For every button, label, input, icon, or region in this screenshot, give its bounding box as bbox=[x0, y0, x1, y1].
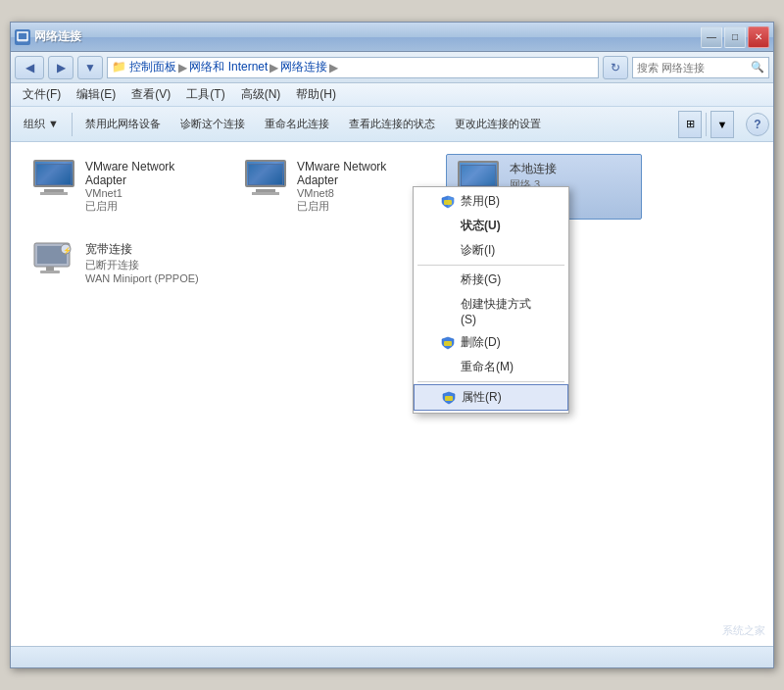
svg-rect-4 bbox=[46, 267, 54, 271]
svg-rect-9 bbox=[444, 341, 452, 346]
spacer-icon bbox=[441, 361, 455, 374]
back-button[interactable]: ◀ bbox=[15, 56, 44, 79]
context-menu-item-delete[interactable]: 删除(D) bbox=[414, 330, 568, 355]
context-menu-item-properties[interactable]: 属性(R) bbox=[414, 384, 568, 411]
toolbar-separator-2 bbox=[706, 113, 707, 136]
context-menu-item-diagnose[interactable]: 诊断(I) bbox=[414, 238, 568, 263]
spacer-icon bbox=[441, 273, 455, 287]
window-icon bbox=[15, 29, 30, 45]
list-item[interactable]: VMware Network Adapter VMnet8 已启用 bbox=[234, 154, 430, 220]
view-status-button[interactable]: 查看此连接的状态 bbox=[340, 111, 444, 138]
context-menu-status-label: 状态(U) bbox=[461, 218, 501, 234]
shield-icon bbox=[441, 336, 455, 350]
vmnet1-name: VMware Network Adapter bbox=[85, 160, 211, 187]
vmnet8-info: VMware Network Adapter VMnet8 已启用 bbox=[297, 160, 422, 214]
help-button[interactable]: ? bbox=[746, 113, 769, 136]
address-path: 📁 控制面板 ▶ 网络和 Internet ▶ 网络连接 ▶ bbox=[107, 57, 599, 78]
svg-rect-10 bbox=[445, 396, 453, 401]
menu-edit[interactable]: 编辑(E) bbox=[69, 84, 123, 105]
local-connection-name: 本地连接 bbox=[510, 161, 633, 177]
context-menu-diagnose-label: 诊断(I) bbox=[461, 242, 495, 259]
address-bar: ◀ ▶ ▼ 📁 控制面板 ▶ 网络和 Internet ▶ 网络连接 ▶ ↻ 🔍 bbox=[11, 52, 773, 83]
context-menu-item-status[interactable]: 状态(U) bbox=[414, 214, 568, 238]
svg-rect-8 bbox=[444, 200, 452, 205]
organize-button[interactable]: 组织 ▼ bbox=[15, 111, 68, 138]
context-menu-item-bridge[interactable]: 桥接(G) bbox=[414, 268, 568, 292]
view-mode-icon: ⊞ bbox=[686, 118, 695, 130]
watermark: 系统之家 bbox=[722, 623, 765, 638]
context-menu-disable-label: 禁用(B) bbox=[461, 193, 500, 210]
view-toggle-button[interactable]: ▼ bbox=[710, 111, 734, 138]
context-menu-separator-2 bbox=[417, 381, 564, 382]
svg-text:⚡: ⚡ bbox=[63, 246, 72, 255]
shield-icon bbox=[442, 391, 456, 405]
network-adapter-icon bbox=[30, 160, 77, 199]
refresh-button[interactable]: ↻ bbox=[603, 56, 628, 79]
network-adapter-icon bbox=[242, 160, 289, 199]
maximize-button[interactable]: □ bbox=[724, 26, 746, 48]
toolbar-separator-1 bbox=[72, 113, 73, 136]
search-input[interactable] bbox=[637, 62, 751, 74]
up-button[interactable]: ▼ bbox=[77, 56, 103, 79]
toolbar: 组织 ▼ 禁用此网络设备 诊断这个连接 重命名此连接 查看此连接的状态 更改此连… bbox=[11, 107, 773, 142]
menu-view[interactable]: 查看(V) bbox=[123, 84, 178, 105]
disable-device-button[interactable]: 禁用此网络设备 bbox=[76, 111, 170, 138]
content-area: VMware Network Adapter VMnet1 已启用 bbox=[11, 142, 773, 646]
context-menu-delete-label: 删除(D) bbox=[461, 334, 501, 351]
title-bar: 网络连接 — □ ✕ bbox=[11, 23, 773, 52]
view-mode-button[interactable]: ⊞ bbox=[678, 111, 702, 138]
vmnet1-subname: VMnet1 bbox=[85, 187, 211, 199]
spacer-icon bbox=[441, 305, 455, 319]
vmnet8-subname: VMnet8 bbox=[297, 187, 422, 199]
context-menu-item-disable[interactable]: 禁用(B) bbox=[414, 189, 568, 214]
menu-bar: 文件(F) 编辑(E) 查看(V) 工具(T) 高级(N) 帮助(H) bbox=[11, 83, 773, 107]
wan-sub: WAN Miniport (PPPOE) bbox=[85, 272, 230, 284]
vmnet8-status: 已启用 bbox=[297, 199, 422, 214]
network-items-container: VMware Network Adapter VMnet1 已启用 bbox=[23, 154, 761, 220]
search-icon: 🔍 bbox=[751, 61, 764, 74]
context-menu-shortcut-label: 创建快捷方式(S) bbox=[461, 296, 541, 326]
menu-help[interactable]: 帮助(H) bbox=[288, 84, 344, 105]
vmnet1-info: VMware Network Adapter VMnet1 已启用 bbox=[85, 160, 211, 214]
status-bar bbox=[11, 646, 773, 667]
svg-rect-0 bbox=[18, 32, 27, 40]
close-button[interactable]: ✕ bbox=[748, 26, 769, 48]
wan-info: 宽带连接 已断开连接 WAN Miniport (PPPOE) bbox=[85, 241, 230, 284]
diagnose-button[interactable]: 诊断这个连接 bbox=[172, 111, 254, 138]
path-item-controlpanel[interactable]: 📁 控制面板 bbox=[112, 59, 176, 75]
view-toggle-icon: ▼ bbox=[717, 119, 728, 130]
shield-icon bbox=[441, 195, 455, 209]
menu-advanced[interactable]: 高级(N) bbox=[233, 84, 289, 105]
svg-rect-5 bbox=[40, 271, 60, 273]
spacer-icon bbox=[441, 220, 455, 233]
wan-status: 已断开连接 bbox=[85, 258, 230, 272]
vmnet8-name: VMware Network Adapter bbox=[297, 160, 422, 187]
minimize-button[interactable]: — bbox=[701, 26, 722, 48]
forward-button[interactable]: ▶ bbox=[48, 56, 74, 79]
rename-button[interactable]: 重命名此连接 bbox=[256, 111, 338, 138]
spacer-icon bbox=[441, 244, 455, 258]
svg-rect-1 bbox=[18, 39, 27, 42]
explorer-window: 网络连接 — □ ✕ ◀ ▶ ▼ 📁 控制面板 ▶ 网络和 Internet ▶… bbox=[10, 22, 774, 668]
change-settings-button[interactable]: 更改此连接的设置 bbox=[446, 111, 550, 138]
wan-name: 宽带连接 bbox=[85, 241, 230, 258]
list-item[interactable]: ⚡ 宽带连接 已断开连接 WAN Miniport (PPPOE) bbox=[23, 235, 238, 290]
path-item-network[interactable]: 网络和 Internet bbox=[189, 59, 268, 75]
context-menu-item-shortcut[interactable]: 创建快捷方式(S) bbox=[414, 292, 568, 330]
path-item-connections[interactable]: 网络连接 bbox=[280, 59, 327, 75]
context-menu-bridge-label: 桥接(G) bbox=[461, 271, 501, 288]
context-menu: 禁用(B) 状态(U) 诊断(I) 桥接(G) 创建快捷方式(S) bbox=[413, 186, 569, 414]
context-menu-item-rename[interactable]: 重命名(M) bbox=[414, 355, 568, 379]
window-controls: — □ ✕ bbox=[701, 26, 769, 48]
menu-tools[interactable]: 工具(T) bbox=[178, 84, 232, 105]
context-menu-rename-label: 重命名(M) bbox=[461, 359, 514, 375]
vmnet1-status: 已启用 bbox=[85, 199, 211, 214]
menu-file[interactable]: 文件(F) bbox=[15, 84, 69, 105]
list-item[interactable]: VMware Network Adapter VMnet1 已启用 bbox=[23, 154, 219, 220]
wan-icon: ⚡ bbox=[30, 241, 77, 280]
window-title: 网络连接 bbox=[34, 28, 701, 45]
search-box: 🔍 bbox=[632, 57, 769, 78]
context-menu-separator bbox=[417, 265, 564, 266]
context-menu-properties-label: 属性(R) bbox=[462, 389, 502, 406]
